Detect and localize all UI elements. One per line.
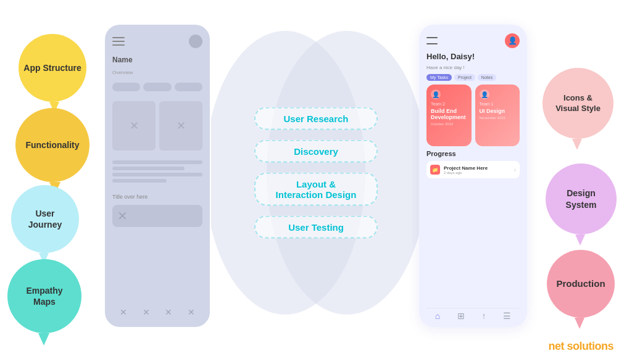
label-user-research: User Research bbox=[254, 107, 378, 130]
center-area: Name Overview ✕ ✕ Title over here ✕ bbox=[105, 19, 527, 327]
wireframe-lines bbox=[112, 160, 202, 183]
task-card-2: 👤 Team 1 UI Design November 2022 bbox=[475, 85, 520, 146]
line-1 bbox=[112, 160, 202, 164]
bubble-app-structure: App Structure bbox=[19, 34, 86, 102]
nav-menu-icon[interactable]: ☰ bbox=[503, 311, 511, 321]
wireframe-nav: ✕ ✕ ✕ ✕ bbox=[112, 304, 202, 317]
progress-sub: 2 days ago bbox=[444, 171, 510, 175]
tab-project[interactable]: Project bbox=[454, 74, 475, 81]
nav-icon-1: ✕ bbox=[120, 307, 127, 317]
tab-notes[interactable]: Notes bbox=[478, 74, 496, 81]
nav-share-icon[interactable]: ↑ bbox=[482, 311, 486, 321]
bubble-app-structure-label: App Structure bbox=[23, 62, 81, 73]
wireframe-card-row: ✕ ✕ bbox=[112, 101, 202, 151]
progress-text: Project Name Here 2 days ago bbox=[444, 165, 510, 175]
task-card-1-title: Team 2 bbox=[431, 102, 467, 106]
wireframe-card-1: ✕ bbox=[112, 101, 156, 151]
progress-icon-inner: 📁 bbox=[432, 167, 438, 173]
wireframe-btn-1 bbox=[112, 83, 140, 91]
nav-home-icon[interactable]: ⌂ bbox=[435, 311, 440, 321]
wireframe-big-btn: ✕ bbox=[112, 205, 202, 227]
bubble-empathy-maps-label: EmpathyMaps bbox=[26, 285, 62, 307]
big-lines bbox=[131, 212, 198, 221]
logo-text: net solutions bbox=[549, 340, 614, 352]
bubble-icons-visual: Icons &Visual Style bbox=[543, 68, 613, 139]
bubble-user-journey: UserJourney bbox=[11, 185, 79, 253]
bubble-design-system: DesignSystem bbox=[546, 163, 617, 234]
task-cards: 👤 Team 2 Build EndDevelopment October 20… bbox=[426, 85, 520, 146]
big-line-1 bbox=[131, 212, 198, 215]
task-card-1-date: October 2022 bbox=[431, 122, 467, 126]
avatar-circle bbox=[189, 35, 202, 48]
wireframe-title-label: Title over here bbox=[112, 194, 202, 200]
hamburger-icon bbox=[112, 37, 125, 46]
label-user-testing: User Testing bbox=[254, 216, 378, 239]
task-card-2-date: November 2022 bbox=[480, 116, 516, 120]
app-hamburger-icon bbox=[426, 37, 438, 44]
brand-logo: net solutions bbox=[549, 340, 614, 353]
nav-grid-icon[interactable]: ⊞ bbox=[457, 311, 465, 321]
progress-label: Progress bbox=[426, 150, 520, 157]
label-discovery: Discovery bbox=[254, 140, 378, 163]
tab-my-tasks[interactable]: My Tasks bbox=[426, 74, 452, 81]
task-card-1-name: Build EndDevelopment bbox=[431, 108, 467, 120]
app-avatar-icon: 👤 bbox=[508, 36, 517, 45]
greeting-text: Hello, Daisy! bbox=[426, 52, 520, 61]
phone-wireframe: Name Overview ✕ ✕ Title over here ✕ bbox=[105, 25, 210, 327]
wireframe-btn-row bbox=[112, 83, 202, 91]
bubble-functionality-label: Functionality bbox=[25, 139, 79, 151]
app-avatar: 👤 bbox=[505, 33, 520, 48]
wireframe-card-2: ✕ bbox=[159, 101, 202, 151]
app-header: 👤 bbox=[426, 33, 520, 48]
phone-app: 👤 Hello, Daisy! Have a nice day ! My Tas… bbox=[419, 25, 527, 327]
task-icon-1: 👤 bbox=[431, 89, 441, 99]
x-icon-2: ✕ bbox=[177, 119, 186, 133]
progress-icon: 📁 bbox=[430, 165, 440, 175]
nav-icon-2: ✕ bbox=[143, 307, 150, 317]
bubble-production: Production bbox=[547, 250, 615, 318]
line-4 bbox=[112, 179, 167, 183]
center-labels: User Research Discovery Layout &Interact… bbox=[254, 107, 378, 239]
big-line-2 bbox=[131, 217, 185, 221]
task-card-2-name: UI Design bbox=[480, 108, 516, 114]
task-card-1: 👤 Team 2 Build EndDevelopment October 20… bbox=[426, 85, 472, 146]
nav-icon-3: ✕ bbox=[165, 307, 172, 317]
wireframe-btn-3 bbox=[175, 83, 202, 91]
wireframe-btn-2 bbox=[143, 83, 171, 91]
subtext: Have a nice day ! bbox=[426, 65, 520, 70]
bubble-design-system-label: DesignSystem bbox=[566, 188, 597, 210]
bubble-user-journey-label: UserJourney bbox=[28, 208, 62, 230]
app-tabs: My Tasks Project Notes bbox=[426, 74, 520, 81]
bubble-empathy-maps: EmpathyMaps bbox=[7, 259, 81, 333]
big-x-icon: ✕ bbox=[117, 209, 128, 223]
line-2 bbox=[112, 167, 185, 170]
app-nav: ⌂ ⊞ ↑ ☰ bbox=[426, 308, 520, 321]
progress-title: Project Name Here bbox=[444, 165, 510, 171]
wireframe-name-label: Name bbox=[112, 56, 202, 64]
wireframe-sub-label: Overview bbox=[112, 70, 202, 75]
progress-arrow-icon: › bbox=[514, 167, 516, 173]
label-layout-interaction: Layout &Interaction Design bbox=[254, 173, 378, 206]
nav-icon-4: ✕ bbox=[188, 307, 195, 317]
task-icon-2: 👤 bbox=[480, 89, 489, 99]
progress-item: 📁 Project Name Here 2 days ago › bbox=[426, 161, 520, 178]
task-card-2-title: Team 1 bbox=[480, 102, 516, 106]
bubble-icons-visual-label: Icons &Visual Style bbox=[555, 93, 601, 114]
bubble-production-label: Production bbox=[556, 278, 605, 290]
x-icon-1: ✕ bbox=[130, 119, 139, 133]
bubble-functionality: Functionality bbox=[15, 108, 89, 182]
phone-header bbox=[112, 35, 202, 48]
line-3 bbox=[112, 173, 202, 176]
